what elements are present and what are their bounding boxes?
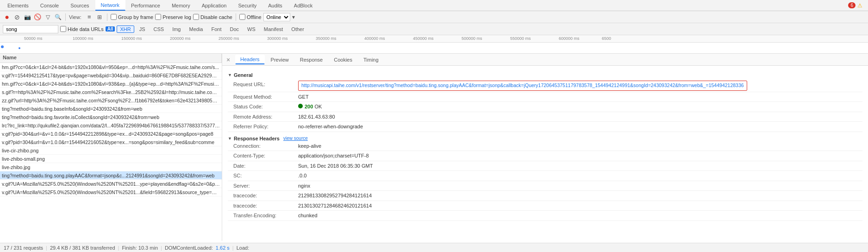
list-item[interactable]: live-zhibo.jpg [0,163,222,171]
tab-network[interactable]: Network [95,0,125,11]
list-item[interactable]: s.gif?r=http%3A%2F%2Fmusic.taihe.com%2Fs… [0,88,222,96]
filter-js[interactable]: JS [136,25,149,33]
list-item[interactable]: v.gif?pid=304&url=&v=1.0.0&r=15449422160… [0,138,222,146]
list-view-icon[interactable]: ≡ [85,13,94,21]
rh-sc-value: .0.0 [298,172,862,180]
tab-application[interactable]: Application [196,0,233,11]
tab-console[interactable]: Console [35,0,65,11]
tab-audits[interactable]: Audits [262,0,288,11]
timeline-mark-1: 50000 ms [24,36,43,41]
timeline-mark-11: 550000 ms [510,36,531,41]
filter-xhr[interactable]: XHR [117,25,134,33]
rh-date-label: Date: [233,162,298,170]
name-column-header: Name [0,54,222,63]
detail-tab-headers[interactable]: Headers [235,55,265,64]
status-text: OK [314,104,322,109]
tab-adblock[interactable]: AdBlock [288,0,318,11]
preserve-log-input[interactable] [155,14,161,20]
tab-elements[interactable]: Elements [2,0,35,11]
filter-other[interactable]: Other [288,25,307,33]
list-item[interactable]: lrc?lrc_link=http://qukufile2.qianqian.c… [0,121,222,130]
request-url-label: Request URL: [233,81,298,88]
filter-doc[interactable]: Doc [226,25,242,33]
rh-content-type: Content-Type: application/json;charset=U… [228,151,862,161]
detail-tab-preview[interactable]: Preview [266,55,294,64]
timeline-area: 50000 ms 100000 ms 150000 ms 200000 ms 2… [0,35,868,54]
tab-sources[interactable]: Sources [65,0,95,11]
list-item[interactable]: v.gif?UA=Mozilla%252F5.0%2520(Windows%25… [0,188,222,196]
timeline-mark-6: 300000 ms [267,36,288,41]
filter-font[interactable]: Font [208,25,225,33]
divider-2 [107,13,107,21]
hide-data-urls-input[interactable] [60,26,66,32]
rh-tracecode-1-label: tracecode: [233,192,298,200]
timeline-mark-7: 350000 ms [316,36,337,41]
detail-tabs: × Headers Preview Response Cookies Timin… [222,54,868,66]
hide-data-urls-checkbox[interactable]: Hide data URLs [60,26,104,32]
search-input[interactable] [3,25,58,33]
rh-server-label: Server: [233,182,298,190]
list-header: Name [0,54,222,63]
status-code-row: Status Code: 200 OK [228,102,862,112]
filter-img[interactable]: Img [169,25,184,33]
clear-button[interactable]: 🚫 [33,13,42,21]
referrer-policy-label: Referrer Policy: [233,123,298,131]
detail-tab-response[interactable]: Response [295,55,328,64]
rh-tracecode-2-value: 21301302712846824620121614 [298,202,862,210]
referrer-policy-row: Referrer Policy: no-referrer-when-downgr… [228,122,862,132]
stop-button[interactable]: ⊘ [13,13,21,21]
list-item-selected[interactable]: ting?method=baidu.ting.song.playAAC&form… [0,171,222,180]
tab-performance[interactable]: Performance [125,0,166,11]
preserve-log-checkbox[interactable]: Preserve log [155,14,191,20]
timeline-mark-10: 500000 ms [462,36,482,41]
throttle-select[interactable]: Online [263,13,290,21]
group-by-frame-input[interactable] [111,14,117,20]
list-item[interactable]: live-zhibo-small.png [0,155,222,163]
group-by-frame-checkbox[interactable]: Group by frame [111,14,153,20]
list-item[interactable]: v.gif?UA=Mozilla%252F5.0%2520(Windows%25… [0,180,222,188]
rh-sc: SC: .0.0 [228,171,862,181]
list-item[interactable]: zz.gif?url=http%3A%2F%2Fmusic.taihe.com%… [0,96,222,105]
disable-cache-checkbox[interactable]: Disable cache [193,14,232,20]
request-url-value: http://musicapi.taihe.com/v1/restserver/… [301,82,744,89]
search-icon[interactable]: 🔍 [54,13,62,21]
list-item[interactable]: live-cir-zhibo.png [0,146,222,155]
all-filter-badge: All [106,26,115,32]
filter-media[interactable]: Media [186,25,206,33]
warning-badge: ⚠ [857,2,862,9]
filter-ws[interactable]: WS [244,25,259,33]
throttle-dropdown-icon[interactable]: ▾ [292,14,295,20]
rh-transfer-encoding-value: chunked [298,212,862,220]
list-rows: hm.gif?cc=0&ck=1&cl=24-bit&ds=1920x1080&… [0,63,222,241]
list-item[interactable]: v.gif?pid=304&url=&v=1.0.0&r=15449422128… [0,130,222,138]
response-headers-title: Response Headers [228,136,280,141]
detail-tab-timing[interactable]: Timing [358,55,384,64]
filter-css[interactable]: CSS [150,25,168,33]
camera-button[interactable]: 📷 [23,13,31,21]
tab-memory[interactable]: Memory [166,0,196,11]
network-list: Name hm.gif?cc=0&ck=1&cl=24-bit&ds=1920x… [0,54,222,241]
timeline-mark-8: 400000 ms [364,36,385,41]
view-source-link[interactable]: view source [283,136,308,141]
disable-cache-input[interactable] [193,14,199,20]
general-section-title: General [228,72,862,78]
error-badge: 6 [848,2,856,8]
grid-view-icon[interactable]: ⊞ [95,13,104,21]
list-item[interactable]: ting?method=baidu.ting.favorite.isCollec… [0,113,222,121]
record-button[interactable]: ● [3,13,11,21]
tab-security[interactable]: Security [232,0,262,11]
list-item[interactable]: ting?method=baidu.ting.baseInfo&songId=2… [0,105,222,113]
list-item[interactable]: hm.gif?cc=0&ck=1&cl=24-bit&ds=1920x1080&… [0,63,222,71]
offline-checkbox[interactable]: Offline [239,14,262,20]
list-item[interactable]: v.gif?r=1544942125417&type=pv&page=web&p… [0,71,222,80]
list-item[interactable]: hm.gif?cc=0&ck=1&cl=24-bit&ds=1920x1080&… [0,80,222,88]
filter-manifest[interactable]: Manifest [261,25,287,33]
referrer-policy-value: no-referrer-when-downgrade [298,123,862,131]
close-detail-button[interactable]: × [224,56,232,64]
rh-tracecode-1-value: 21298133082952794284121614 [298,192,862,200]
filter-icon[interactable]: ▽ [44,13,52,21]
rh-transfer-encoding-label: Transfer-Encoding: [233,212,298,220]
detail-tab-cookies[interactable]: Cookies [329,55,357,64]
offline-input[interactable] [239,14,245,20]
status-code: 200 [305,104,313,109]
